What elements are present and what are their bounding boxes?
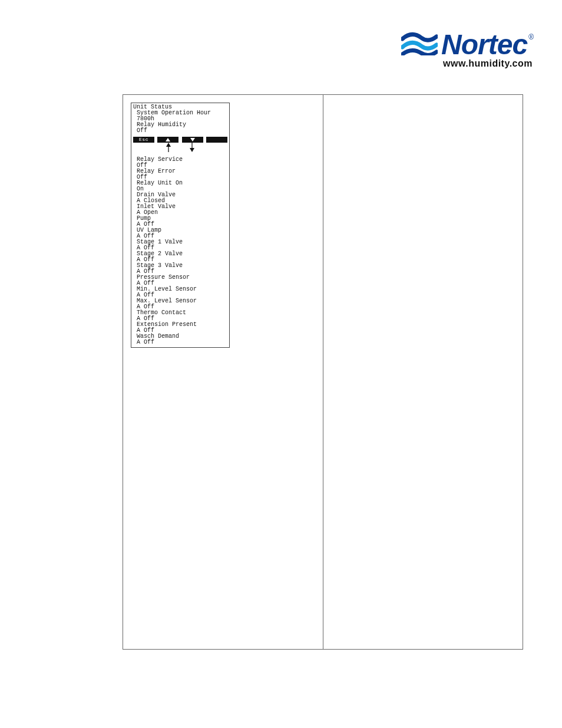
esc-button[interactable]: Esc: [133, 137, 154, 143]
svg-marker-1: [190, 138, 195, 141]
lcd-line: Relay Humidity: [133, 122, 227, 128]
lcd-line: Relay Error: [133, 169, 227, 174]
down-button[interactable]: [182, 137, 203, 143]
two-column-frame: Unit Status System Operation Hour 7800h …: [123, 94, 523, 650]
page: Nortec® www.humidity.com Unit Status Sys…: [0, 0, 562, 728]
lcd-line: Relay Service: [133, 157, 227, 163]
up-button[interactable]: [157, 137, 178, 143]
brand-name: Nortec®: [441, 28, 533, 61]
brand-name-text: Nortec: [441, 29, 527, 60]
column-left: Unit Status System Operation Hour 7800h …: [123, 94, 323, 650]
brand-logo: Nortec® www.humidity.com: [401, 28, 533, 69]
lcd-button-row: Esc: [133, 137, 227, 143]
column-right: [323, 94, 524, 650]
esc-button-label: Esc: [139, 137, 148, 143]
registered-mark: ®: [528, 33, 534, 41]
blank-button[interactable]: [206, 137, 227, 143]
waves-icon: [401, 32, 438, 58]
scroll-arrow-indicators: [133, 143, 227, 153]
lcd-line: Relay Unit On: [133, 180, 227, 186]
lcd-screen: Unit Status System Operation Hour 7800h …: [131, 103, 230, 348]
lcd-line: Off: [133, 128, 227, 134]
svg-marker-5: [190, 148, 194, 152]
lcd-line: A Off: [133, 340, 227, 345]
brand-url: www.humidity.com: [401, 58, 533, 69]
arrow-up-icon: [166, 138, 170, 141]
brand-logo-row: Nortec®: [401, 28, 533, 61]
scroll-up-arrow-icon: [166, 143, 171, 152]
svg-marker-0: [166, 138, 170, 141]
arrow-down-icon: [190, 138, 195, 141]
lcd-header-lines: Unit Status System Operation Hour 7800h …: [133, 104, 227, 134]
lcd-status-list: Relay Service Off Relay Error Off Relay …: [133, 157, 227, 345]
scroll-down-arrow-icon: [189, 143, 195, 152]
svg-marker-3: [166, 143, 171, 147]
